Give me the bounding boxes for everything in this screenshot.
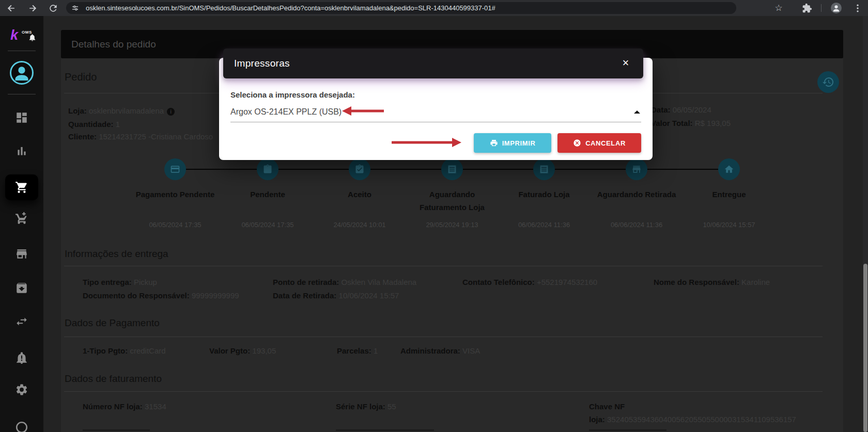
sidebar-item-reports-icon[interactable] <box>15 145 28 158</box>
sidebar-divider <box>8 51 36 51</box>
back-icon[interactable] <box>6 3 17 13</box>
sidebar-item-settings-gear-icon[interactable] <box>15 383 28 396</box>
field-data-retirada: Data de Retirada: 10/06/2024 15:57 <box>273 291 399 300</box>
timeline-step: Pagamento Pendente 06/05/2024 17:35 <box>126 158 224 236</box>
field-cliente: Cliente: 15214231725 -Cristiana Cardoso <box>68 132 213 141</box>
scrollbar-thumb[interactable] <box>863 264 867 432</box>
clipboard-check-icon <box>354 164 365 174</box>
divider <box>64 266 823 266</box>
field-tipo-pgto: 1-Tipo Pgto: creditCard <box>83 346 166 355</box>
sidebar-item-partial-icon[interactable] <box>15 421 28 432</box>
user-avatar[interactable] <box>10 61 34 85</box>
forward-icon[interactable] <box>27 3 38 13</box>
receipt-icon <box>539 164 549 174</box>
timeline-step: Entregue 10/06/2024 15:57 <box>680 158 778 236</box>
timeline-step: Aguardando Faturamento Loja 29/05/2024 1… <box>413 158 491 236</box>
browser-toolbar: osklen.sintesesolucoes.com.br/SinOMS/Ped… <box>0 0 868 16</box>
section-title-faturamento: Dados de faturamento <box>65 373 162 385</box>
notifications-bell-icon[interactable] <box>28 33 37 42</box>
timeline-step: Faturado Loja 06/06/2024 11:36 <box>495 158 593 236</box>
app-logo: k <box>10 28 18 42</box>
sidebar-item-archive-icon[interactable] <box>15 281 28 295</box>
reload-icon[interactable] <box>48 3 58 13</box>
field-contato: Contato Telefônico: +5521974532160 <box>462 278 597 286</box>
url-text[interactable]: osklen.sintesesolucoes.com.br/SinOMS/Ped… <box>86 2 729 14</box>
field-valor-pgto: Valor Pgto: 193,05 <box>209 346 276 355</box>
printer-select[interactable]: Argox OS-214EX PPLZ (USB) <box>230 107 342 117</box>
extensions-icon[interactable] <box>802 3 812 13</box>
timeline-step: Pendente 06/05/2024 17:35 <box>219 158 317 236</box>
sidebar-item-new-order-icon[interactable] <box>15 212 28 225</box>
printer-select-label: Seleciona a impressora desejada: <box>230 90 355 99</box>
timeline-step: Aceito 24/05/2024 10:01 <box>311 158 409 236</box>
section-title-entrega: Informações de entrega <box>65 248 168 260</box>
field-valor-total: Valor Total: R$ 193,05 <box>651 119 731 127</box>
cart-icon <box>15 181 28 194</box>
field-loja: Loja: osklenbrvilamadalenai <box>68 106 175 116</box>
close-icon[interactable]: × <box>618 56 633 70</box>
menu-kebab-icon[interactable] <box>853 3 863 13</box>
sidebar-item-dashboard-icon[interactable] <box>15 111 28 124</box>
sidebar-divider <box>8 94 36 94</box>
url-bar[interactable]: osklen.sintesesolucoes.com.br/SinOMS/Ped… <box>66 2 736 14</box>
field-administradora: Administradora: VISA <box>400 346 480 355</box>
clipboard-icon <box>262 164 273 174</box>
field-tipo-entrega: Tipo entrega: Pickup <box>83 278 157 286</box>
field-serie-nf: Série NF loja: 55 <box>336 402 396 411</box>
select-underline <box>230 122 641 122</box>
toolbar-divider <box>821 4 822 12</box>
history-fab-button[interactable] <box>817 71 839 93</box>
caret-up-icon[interactable] <box>634 110 640 114</box>
clipped-row <box>589 429 667 431</box>
info-icon[interactable]: i <box>167 108 175 116</box>
field-numero-nf: Número NF loja: 31534 <box>83 402 166 411</box>
receipt-icon <box>447 164 457 174</box>
timeline-step: Aguardando Retirada 06/06/2024 11:36 <box>587 158 686 236</box>
field-quantidade: Quantidade: 1 <box>68 120 120 129</box>
clipped-row <box>83 429 150 431</box>
divider <box>64 391 823 392</box>
printers-dialog-header: Impressoras × <box>223 49 643 78</box>
field-chave-nf-label: Chave NF <box>589 402 625 411</box>
payment-icon <box>170 164 180 174</box>
divider <box>64 337 823 337</box>
sidebar-item-orders-active[interactable] <box>5 174 38 200</box>
field-ponto-retirada: Ponto de retirada: Osklen Vila Madalena <box>273 278 416 286</box>
screen: osklen.sintesesolucoes.com.br/SinOMS/Ped… <box>0 0 868 432</box>
profile-icon[interactable] <box>831 3 842 13</box>
scrollbar-track[interactable] <box>863 16 868 432</box>
cancel-circle-icon <box>573 139 581 147</box>
sidebar-item-alerts-icon[interactable] <box>15 351 28 364</box>
sidebar-item-store-icon[interactable] <box>15 247 28 261</box>
sidebar-item-transfers-icon[interactable] <box>15 315 28 328</box>
home-icon <box>724 164 734 174</box>
printer-icon <box>490 139 498 147</box>
dialog-title: Impressoras <box>234 49 290 78</box>
field-documento-responsavel: Documento do Responsável: 99999999999 <box>83 291 239 300</box>
site-settings-icon[interactable] <box>71 4 79 12</box>
sidebar: k OMS <box>0 16 43 432</box>
field-parcelas: Parcelas: 1 <box>337 346 378 355</box>
cancelar-button[interactable]: CANCELAR <box>557 133 641 153</box>
section-title-pagamento: Dados de Pagamento <box>65 317 160 329</box>
history-icon <box>822 76 834 88</box>
bookmark-star-icon[interactable]: ☆ <box>773 3 784 13</box>
page-title: Detalhes do pedido <box>71 30 156 58</box>
section-title-pedido: Pedido <box>65 71 97 83</box>
store-icon <box>631 164 642 174</box>
clipped-row <box>336 429 434 431</box>
imprimir-button[interactable]: IMPRIMIR <box>474 133 551 153</box>
field-data: Data: 06/05/2024 <box>651 105 711 114</box>
field-nome-responsavel: Nome do Responsável: Karoline <box>654 278 770 286</box>
field-chave-nf-value: loja: 3524053594360400562055055000031534… <box>589 415 796 424</box>
